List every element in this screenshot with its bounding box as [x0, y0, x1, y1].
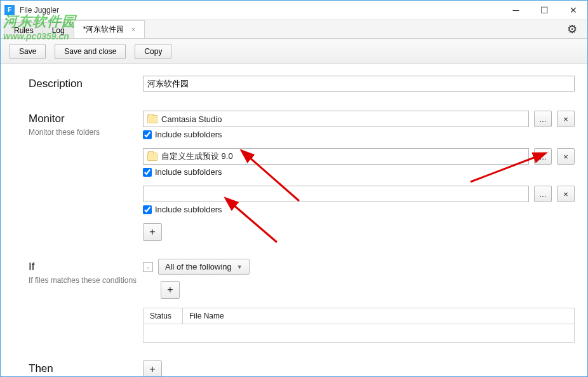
- folder-path-input[interactable]: 自定义生成预设 9.0: [143, 148, 529, 165]
- copy-button[interactable]: Copy: [135, 44, 171, 59]
- monitor-subtext: Monitor these folders: [29, 128, 143, 137]
- tab-log[interactable]: Log: [43, 22, 74, 38]
- remove-folder-button[interactable]: ×: [557, 111, 575, 127]
- table-body: [144, 324, 574, 342]
- save-close-button[interactable]: Save and close: [55, 44, 126, 59]
- tab-rule-editor[interactable]: *河东软件园 ×: [74, 20, 145, 38]
- browse-button[interactable]: ...: [534, 148, 552, 165]
- content-area: Description Monitor Monitor these folder…: [1, 64, 587, 376]
- include-subfolders-label: Include subfolders: [155, 130, 222, 139]
- remove-folder-button[interactable]: ×: [557, 148, 575, 165]
- tab-close-icon[interactable]: ×: [131, 25, 135, 33]
- include-subfolders-checkbox[interactable]: [143, 130, 152, 139]
- description-heading: Description: [29, 78, 143, 90]
- add-action-button[interactable]: +: [143, 360, 162, 376]
- if-heading: If: [29, 261, 143, 273]
- browse-button[interactable]: ...: [534, 186, 552, 202]
- include-subfolders-checkbox[interactable]: [143, 205, 152, 214]
- app-icon: F: [4, 5, 15, 15]
- folder-icon: [147, 153, 157, 161]
- remove-folder-button[interactable]: ×: [557, 186, 575, 202]
- conditions-table: Status File Name: [143, 308, 575, 343]
- then-heading: Then: [29, 362, 143, 375]
- include-subfolders-label: Include subfolders: [155, 205, 222, 214]
- monitor-folder-row: 自定义生成预设 9.0 ... ×: [143, 148, 575, 165]
- window-title: File Juggler: [20, 6, 59, 15]
- folder-path-input[interactable]: [143, 186, 529, 202]
- toolbar: Save Save and close Copy: [1, 39, 587, 64]
- minimize-button[interactable]: ─: [502, 1, 530, 20]
- add-folder-button[interactable]: +: [143, 223, 162, 241]
- description-input[interactable]: [143, 76, 575, 92]
- column-status[interactable]: Status: [144, 308, 183, 324]
- include-subfolders-checkbox[interactable]: [143, 168, 152, 177]
- save-button[interactable]: Save: [10, 44, 46, 59]
- folder-path-input[interactable]: Camtasia Studio: [143, 111, 529, 127]
- collapse-toggle[interactable]: -: [143, 262, 153, 272]
- maximize-button[interactable]: ☐: [530, 1, 559, 20]
- column-filename[interactable]: File Name: [183, 308, 574, 324]
- include-subfolders-label: Include subfolders: [155, 167, 222, 177]
- tab-bar: Rules Log *河东软件园 × ⚙: [1, 20, 587, 39]
- title-bar: F File Juggler ─ ☐ ✕: [1, 1, 587, 20]
- monitor-folder-row: ... ×: [143, 186, 575, 202]
- monitor-folder-row: Camtasia Studio ... ×: [143, 111, 575, 127]
- tab-rules[interactable]: Rules: [4, 22, 43, 38]
- monitor-heading: Monitor: [29, 113, 143, 125]
- browse-button[interactable]: ...: [534, 111, 552, 127]
- add-condition-button[interactable]: +: [161, 281, 180, 299]
- condition-mode-dropdown[interactable]: All of the following ▼: [158, 259, 250, 275]
- folder-icon: [147, 115, 157, 123]
- chevron-down-icon: ▼: [237, 264, 243, 270]
- if-subtext: If files matches these conditions: [29, 276, 143, 285]
- close-button[interactable]: ✕: [559, 1, 587, 20]
- settings-gear-icon[interactable]: ⚙: [567, 22, 577, 36]
